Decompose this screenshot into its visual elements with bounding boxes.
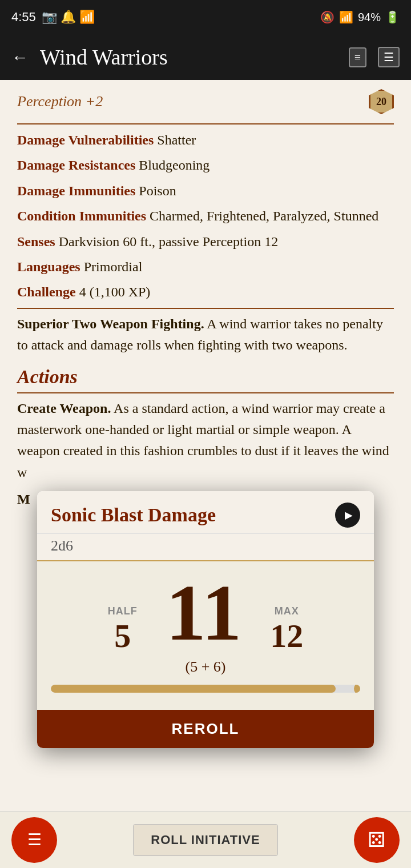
perception-row: Perception +2 20 [17,80,394,119]
max-value: 12 [270,620,303,653]
dice-roll-popup: Sonic Blast Damage 2d6 HALF 5 11 MAX 12 … [37,491,374,748]
back-button[interactable]: ← [11,47,29,67]
bottom-bar: ☰ ROLL INITIATIVE ⚄ [0,811,411,868]
progress-bar-fill [51,685,336,693]
popup-dice-label: 2d6 [37,534,374,561]
mute-icon: 🔕 [320,10,335,24]
main-value-group: 11 [166,573,241,653]
popup-header: Sonic Blast Damage [37,491,374,534]
max-value-group: MAX 12 [270,605,303,653]
trait-title: Superior Two Weapon Fighting. [17,316,204,331]
create-weapon-action: Create Weapon. As a standard action, a w… [17,398,394,483]
senses: Senses Darkvision 60 ft., passive Percep… [17,231,394,252]
condition-immunities: Condition Immunities Charmed, Frightened… [17,205,394,227]
document-icon-button[interactable]: ≡ [349,47,366,67]
battery-icon: 🔋 [385,10,400,24]
half-value: 5 [114,620,131,653]
popup-play-button[interactable] [335,503,360,528]
status-right: 🔕 📶 94% 🔋 [320,10,400,24]
status-bar: 4:55 📷 🔔 📶 🔕 📶 94% 🔋 [0,0,411,34]
progress-bar [51,685,360,693]
status-time: 4:55 [11,10,36,25]
dice-result-row: HALF 5 11 MAX 12 [51,573,360,653]
progress-bar-marker [354,685,360,693]
damage-immunities: Damage Immunities Poison [17,180,394,202]
half-label: HALF [108,605,138,617]
divider-3 [17,392,394,393]
max-label: MAX [275,605,299,617]
languages: Languages Primordial [17,256,394,278]
divider-1 [17,123,394,124]
popup-title: Sonic Blast Damage [51,504,216,526]
challenge: Challenge 4 (1,100 XP) [17,281,394,303]
battery-text: 94% [358,11,381,24]
perception-value: Perception +2 [17,93,103,110]
nav-bar: ← Wind Warriors ≡ ☰ [0,34,411,80]
status-icons: 📷 🔔 📶 [42,10,95,25]
main-roll-value: 11 [166,573,241,653]
dice-formula: (5 + 6) [51,658,360,676]
dice-round-button[interactable]: ⚄ [354,817,400,863]
damage-vulnerabilities: Damage Vulnerabilities Shatter [17,129,394,151]
wifi-icon: 📶 [339,10,353,24]
dice-icon: ⚄ [368,828,385,852]
actions-heading: Actions [17,366,394,388]
roll-initiative-button[interactable]: ROLL INITIATIVE [133,824,277,856]
popup-body: HALF 5 11 MAX 12 (5 + 6) [37,561,374,710]
menu-icon-button[interactable]: ☰ [378,47,400,67]
half-value-group: HALF 5 [108,605,138,653]
multiattack-label: M [17,492,30,507]
create-weapon-title: Create Weapon. [17,401,111,416]
perception-badge: 20 [369,89,394,114]
nav-icons: ≡ ☰ [349,47,400,67]
damage-resistances: Damage Resistances Bludgeoning [17,154,394,176]
status-left: 4:55 📷 🔔 📶 [11,10,95,25]
page-title: Wind Warriors [40,45,337,70]
menu-round-button[interactable]: ☰ [11,817,57,863]
reroll-button[interactable]: REROLL [37,710,374,748]
menu-icon: ☰ [27,830,42,849]
divider-2 [17,308,394,309]
superior-fighting-trait: Superior Two Weapon Fighting. A wind war… [17,314,394,356]
